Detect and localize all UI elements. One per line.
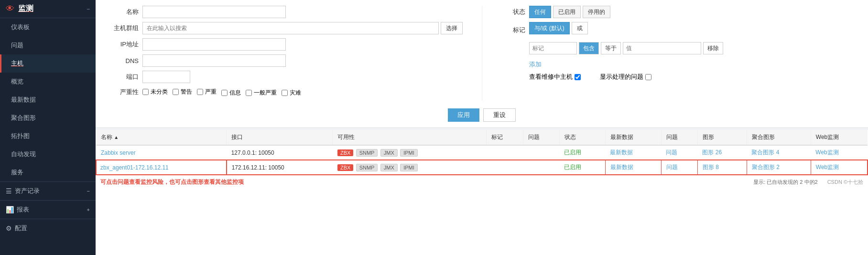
badge-zbx-1: ZBX <box>337 149 353 156</box>
severity-unclassified-cb[interactable] <box>142 89 149 95</box>
status-buttons: 任何 已启用 停用的 <box>529 6 610 18</box>
severity-options: 未分类 警告 严重 信息 <box>142 87 301 97</box>
footer-right-note: 显示: 已自动发现的 2 中的2 <box>753 179 817 186</box>
graphs-link-1[interactable]: 图形 26 <box>702 149 722 156</box>
name-label: 名称 <box>105 8 139 16</box>
hostgroup-select-button[interactable]: 选择 <box>441 22 463 34</box>
sidebar-collapse-icon[interactable]: − <box>87 6 90 12</box>
badge-ipmi-2: IPMI <box>400 164 418 171</box>
filter-tag-input-row: 包含 等于 移除 <box>492 42 858 56</box>
issues-link-2[interactable]: 问题 <box>666 164 678 170</box>
chart-icon: 📊 <box>6 206 14 213</box>
agg-graphs-link-2[interactable]: 聚合图形 2 <box>752 164 780 170</box>
sidebar-header[interactable]: 👁 监测 − <box>0 0 96 18</box>
severity-disaster: 灾难 <box>282 89 301 97</box>
tag-equals-button[interactable]: 等于 <box>601 42 621 54</box>
filter-ip-row: IP地址 <box>105 38 463 51</box>
cell-graphs-2: 图形 8 <box>697 160 747 175</box>
dns-input[interactable] <box>142 54 286 67</box>
hostgroup-input[interactable] <box>142 22 439 34</box>
show-issues-checkbox-item: 显示处理的问题 <box>600 73 651 81</box>
sidebar-section-config[interactable]: ⚙ 配置 <box>0 219 96 237</box>
latest-link-1[interactable]: 最新数据 <box>610 149 633 156</box>
maintenance-label: 查看维修中主机 <box>529 73 573 81</box>
tag-and-or-button[interactable]: 与/或 (默认) <box>529 22 570 34</box>
show-issues-checkbox[interactable] <box>645 74 651 80</box>
col-problems: 问题 <box>523 130 559 145</box>
severity-warning-cb[interactable] <box>173 89 179 95</box>
add-tag-link[interactable]: 添加 <box>529 60 542 69</box>
cell-agg-graphs-1: 聚合图形 4 <box>747 145 811 160</box>
footer-credit: CSDN ©十七拾 <box>827 179 863 186</box>
host-link-2[interactable]: zbx_agent01-172.16.12.11 <box>100 164 169 171</box>
web-link-1[interactable]: Web监测 <box>815 149 838 156</box>
severity-high: 严重 <box>197 88 217 96</box>
severity-average-cb[interactable] <box>246 90 252 96</box>
col-graphs: 图形 <box>697 130 747 145</box>
hosts-table-area: 名称 接口 可用性 标记 问题 状态 最新数据 问题 图形 聚合图形 Web监测 <box>96 130 868 255</box>
sidebar-item-overview[interactable]: 概览 <box>0 73 96 91</box>
status-disabled-button[interactable]: 停用的 <box>583 6 610 18</box>
tag-contains-button[interactable]: 包含 <box>579 42 599 54</box>
sidebar-section-reports[interactable]: 📊 报表 + <box>0 200 96 219</box>
latest-link-2[interactable]: 最新数据 <box>610 164 633 170</box>
severity-info-cb[interactable] <box>221 90 228 96</box>
graphs-link-2[interactable]: 图形 8 <box>703 164 719 170</box>
severity-average: 一般严重 <box>246 89 277 97</box>
maintenance-checkbox[interactable] <box>575 74 581 80</box>
agg-graphs-link-1[interactable]: 聚合图形 4 <box>751 149 779 156</box>
tag-or-button[interactable]: 或 <box>572 22 588 34</box>
tag-remove-button[interactable]: 移除 <box>703 42 723 54</box>
ip-input[interactable] <box>142 38 286 51</box>
filter-maintenance-row: 查看维修中主机 显示处理的问题 <box>492 73 858 81</box>
tag-input-controls: 包含 等于 移除 <box>529 42 723 54</box>
port-input[interactable] <box>142 71 190 83</box>
cell-issues-2: 问题 <box>661 160 697 175</box>
host-link-1[interactable]: Zabbix server <box>101 149 136 156</box>
web-link-2[interactable]: Web监测 <box>816 164 839 170</box>
sidebar-item-problems[interactable]: 问题 <box>0 36 96 54</box>
cell-graphs-1: 图形 26 <box>697 145 747 160</box>
issues-link-1[interactable]: 问题 <box>666 149 677 156</box>
ip-label: IP地址 <box>105 40 139 49</box>
filter-action-row: 应用 重设 <box>105 105 858 122</box>
cell-latest-1: 最新数据 <box>605 145 661 160</box>
monitor-icon: 👁 <box>6 4 14 14</box>
reset-button[interactable]: 重设 <box>483 108 516 122</box>
sidebar-item-dashboard[interactable]: 仪表板 <box>0 18 96 36</box>
status-enabled-button[interactable]: 已启用 <box>553 6 581 18</box>
severity-info: 信息 <box>221 89 241 97</box>
table-row: zbx_agent01-172.16.12.11 172.16.12.11: 1… <box>96 160 868 175</box>
tag-name-input[interactable] <box>529 42 577 54</box>
cell-status-2: 已启用 <box>559 160 605 175</box>
cell-latest-2: 最新数据 <box>605 160 661 175</box>
hosts-table: 名称 接口 可用性 标记 问题 状态 最新数据 问题 图形 聚合图形 Web监测 <box>96 130 868 175</box>
sidebar-title: 监测 <box>18 4 33 14</box>
severity-high-cb[interactable] <box>197 89 203 95</box>
sidebar-item-topology[interactable]: 拓扑图 <box>0 127 96 145</box>
badge-jmx-1: JMX <box>380 149 398 157</box>
tag-value-input[interactable] <box>623 42 701 54</box>
filter-left: 名称 主机群组 选择 IP地址 DNS <box>105 6 482 101</box>
cell-name-2: zbx_agent01-172.16.12.11 <box>96 160 227 175</box>
cell-tags-2 <box>487 160 523 175</box>
badge-snmp-2: SNMP <box>356 164 378 171</box>
apply-button[interactable]: 应用 <box>448 108 479 122</box>
badge-ipmi-1: IPMI <box>400 149 418 157</box>
col-availability: 可用性 <box>333 130 487 145</box>
port-label: 端口 <box>105 73 139 81</box>
filter-port-row: 端口 <box>105 71 463 83</box>
severity-disaster-cb[interactable] <box>282 90 288 96</box>
severity-warning-label: 警告 <box>181 88 192 96</box>
sidebar-item-latest-data[interactable]: 最新数据 <box>0 91 96 109</box>
sidebar-item-services[interactable]: 服务 <box>0 163 96 181</box>
name-input[interactable] <box>142 6 286 18</box>
cell-availability-1: ZBX SNMP JMX IPMI <box>333 145 487 160</box>
sidebar-item-hosts[interactable]: 主机 <box>0 54 96 73</box>
sidebar-item-agg-graphs[interactable]: 聚合图形 <box>0 109 96 127</box>
dns-label: DNS <box>105 57 139 64</box>
col-name[interactable]: 名称 <box>96 130 227 145</box>
sidebar-section-assets[interactable]: ☰ 资产记录 − <box>0 181 96 200</box>
status-any-button[interactable]: 任何 <box>529 6 551 18</box>
sidebar-item-autodiscovery[interactable]: 自动发现 <box>0 145 96 163</box>
